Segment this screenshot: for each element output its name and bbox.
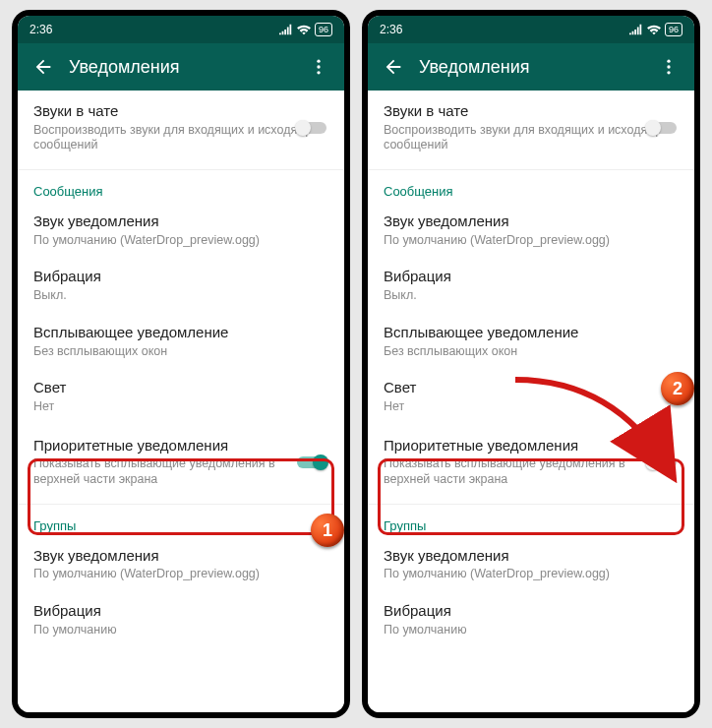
group-vibration-row[interactable]: Вибрация По умолчанию [368,592,694,647]
row-title: Звук уведомления [384,212,679,231]
row-title: Вибрация [33,268,328,286]
chat-sounds-row[interactable]: Звуки в чате Воспроизводить звуки для вх… [368,91,694,165]
section-messages: Сообщения [18,170,344,203]
status-right: 96 [629,23,682,36]
app-bar: Уведомления [368,43,694,91]
row-title: Приоритетные уведомления [33,437,285,455]
row-title: Всплывающее уведомление [33,324,328,342]
row-sub: По умолчанию (WaterDrop_preview.ogg) [384,567,679,582]
screen: 2:36 96 Уведомления Звуки в чате Воспрои… [18,16,344,712]
notification-sound-row[interactable]: Звук уведомления По умолчанию (WaterDrop… [18,203,344,258]
signal-icon [629,24,643,35]
group-sound-row[interactable]: Звук уведомления По умолчанию (WaterDrop… [368,537,694,592]
page-title: Уведомления [411,57,651,78]
row-sub: Без всплывающих окон [384,344,679,360]
status-bar: 2:36 96 [368,16,694,43]
battery-badge: 96 [665,23,682,36]
status-bar: 2:36 96 [18,16,344,43]
vibration-row[interactable]: Вибрация Выкл. [368,258,694,313]
popup-row[interactable]: Всплывающее уведомление Без всплывающих … [18,314,344,369]
row-sub: Показывать всплывающие уведомления в вер… [33,456,285,487]
priority-toggle-on[interactable] [295,454,328,471]
row-sub: По умолчанию (WaterDrop_preview.ogg) [384,233,679,249]
chat-sounds-row[interactable]: Звуки в чате Воспроизводить звуки для вх… [18,91,344,165]
clock: 2:36 [380,23,402,36]
row-sub: Воспроизводить звуки для входящих и исхо… [33,123,328,153]
row-title: Свет [33,379,328,397]
row-title: Звуки в чате [384,102,679,121]
overflow-menu-button[interactable] [301,57,336,77]
arrow-left-icon [32,56,54,78]
overflow-menu-button[interactable] [651,57,686,77]
back-button[interactable] [26,56,61,78]
section-messages: Сообщения [368,170,694,203]
row-title: Звук уведомления [33,212,328,231]
svg-point-4 [667,65,670,68]
section-groups: Группы [368,505,694,537]
row-sub: Без всплывающих окон [33,344,328,360]
chat-sounds-toggle[interactable] [645,119,679,137]
phone-left: 2:36 96 Уведомления Звуки в чате Воспрои… [12,10,350,718]
section-groups: Группы [18,505,344,537]
row-sub: Выкл. [33,288,328,304]
notification-sound-row[interactable]: Звук уведомления По умолчанию (WaterDrop… [368,203,694,258]
page-title: Уведомления [61,57,301,78]
svg-point-3 [667,60,670,63]
row-sub: По умолчанию (WaterDrop_preview.ogg) [33,567,328,582]
callout-1: 1 [311,514,344,547]
priority-row[interactable]: Приоритетные уведомления Показывать вспл… [18,425,344,500]
app-bar: Уведомления [18,43,344,91]
svg-point-2 [317,71,320,74]
row-sub: По умолчанию [33,623,328,638]
more-vertical-icon [309,57,328,77]
status-right: 96 [279,23,332,36]
group-vibration-row[interactable]: Вибрация По умолчанию [18,592,344,647]
row-title: Звук уведомления [33,547,328,566]
chat-sounds-toggle[interactable] [295,119,328,137]
clock: 2:36 [30,23,52,36]
row-sub: По умолчанию (WaterDrop_preview.ogg) [33,233,328,249]
wifi-icon [647,24,661,35]
back-button[interactable] [376,56,411,78]
row-title: Всплывающее уведомление [384,324,679,342]
svg-point-0 [317,60,320,63]
battery-badge: 96 [315,23,332,36]
wifi-icon [297,24,311,35]
popup-row[interactable]: Всплывающее уведомление Без всплывающих … [368,314,694,369]
svg-point-1 [317,65,320,68]
settings-list: Звуки в чате Воспроизводить звуки для вх… [18,91,344,712]
row-title: Вибрация [384,602,679,621]
row-sub: По умолчанию [384,623,679,638]
arrow-left-icon [383,56,404,78]
row-title: Звук уведомления [384,547,679,566]
more-vertical-icon [659,57,679,77]
row-title: Вибрация [384,268,679,286]
phone-right: 2:36 96 Уведомления Звуки в чате Воспрои… [362,10,700,718]
vibration-row[interactable]: Вибрация Выкл. [18,258,344,313]
callout-2: 2 [661,372,694,405]
row-sub: Воспроизводить звуки для входящих и исхо… [384,123,679,153]
signal-icon [279,24,293,35]
row-title: Вибрация [33,602,328,621]
row-title: Звуки в чате [33,102,328,121]
row-sub: Нет [33,399,328,415]
screen: 2:36 96 Уведомления Звуки в чате Воспрои… [368,16,694,712]
svg-point-5 [667,71,670,74]
group-sound-row[interactable]: Звук уведомления По умолчанию (WaterDrop… [18,537,344,592]
light-row[interactable]: Свет Нет [18,369,344,424]
row-sub: Выкл. [384,288,679,304]
